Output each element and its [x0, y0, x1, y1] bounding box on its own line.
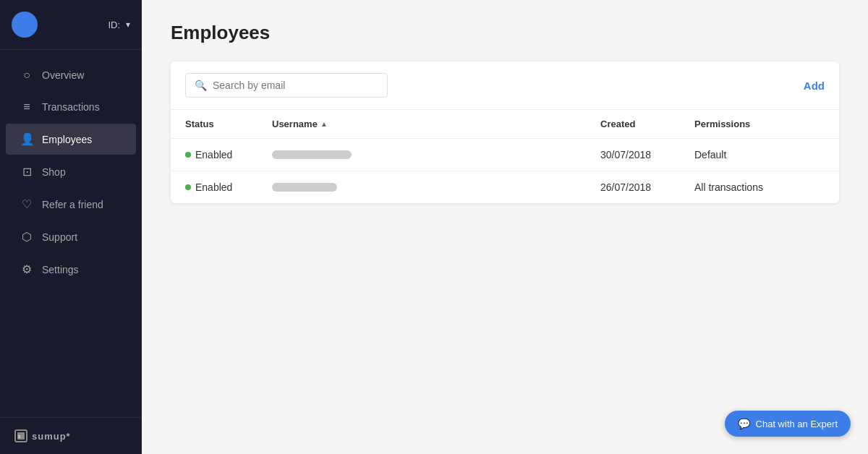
sidebar-item-employees[interactable]: 👤Employees — [6, 124, 136, 155]
main-content: Employees 🔍 Add Status Username ▲ Create… — [142, 0, 868, 454]
sidebar-header[interactable]: ID: ▾ — [0, 0, 142, 50]
col-header-created: Created — [600, 119, 694, 129]
sidebar-item-label-employees: Employees — [42, 134, 92, 145]
status-dot — [185, 184, 191, 190]
table-row[interactable]: Enabled 26/07/2018 All transactions — [171, 171, 839, 203]
shop-icon: ⊡ — [20, 165, 33, 179]
sidebar-item-label-support: Support — [42, 231, 77, 243]
add-button[interactable]: Add — [804, 80, 825, 92]
search-icon: 🔍 — [195, 80, 207, 91]
table-row[interactable]: Enabled 30/07/2018 Default — [171, 139, 839, 171]
status-cell: Enabled — [185, 149, 272, 160]
sidebar-nav: ○Overview≡Transactions👤Employees⊡Shop♡Re… — [0, 50, 142, 417]
search-input[interactable] — [213, 80, 378, 91]
col-header-status: Status — [185, 119, 272, 129]
page-title: Employees — [171, 22, 839, 44]
date-cell: 26/07/2018 — [600, 181, 694, 193]
sidebar-item-transactions[interactable]: ≡Transactions — [6, 92, 136, 122]
permission-cell: Default — [694, 149, 825, 160]
card-header: 🔍 Add — [171, 61, 839, 110]
table-body: Enabled 30/07/2018 Default Enabled 26/07… — [171, 139, 839, 203]
username-blur — [272, 183, 337, 192]
username-blur — [272, 150, 352, 159]
sumup-logo-text: sumup* — [32, 431, 71, 442]
chat-icon: 💬 — [738, 418, 750, 429]
status-text: Enabled — [195, 181, 232, 193]
svg-text:s: s — [18, 434, 21, 439]
sidebar-footer: s sumup* — [0, 417, 142, 454]
status-dot — [185, 152, 191, 158]
col-header-permissions: Permissions — [694, 119, 825, 129]
settings-icon: ⚙ — [20, 262, 33, 276]
sidebar: ID: ▾ ○Overview≡Transactions👤Employees⊡S… — [0, 0, 142, 454]
sort-icon: ▲ — [320, 120, 328, 128]
sidebar-item-label-settings: Settings — [42, 264, 79, 275]
refer-icon: ♡ — [20, 197, 33, 211]
transactions-icon: ≡ — [20, 100, 33, 113]
status-text: Enabled — [195, 149, 232, 160]
username-cell — [272, 150, 600, 159]
sidebar-item-label-refer: Refer a friend — [42, 199, 103, 210]
sidebar-item-label-overview: Overview — [42, 69, 84, 81]
employees-icon: 👤 — [20, 132, 33, 146]
sidebar-item-refer[interactable]: ♡Refer a friend — [6, 189, 136, 220]
status-cell: Enabled — [185, 181, 272, 193]
sidebar-item-support[interactable]: ⬡Support — [6, 221, 136, 252]
avatar — [12, 12, 38, 38]
date-cell: 30/07/2018 — [600, 149, 694, 160]
permission-cell: All transactions — [694, 181, 825, 193]
sidebar-item-label-transactions: Transactions — [42, 101, 100, 113]
sidebar-item-settings[interactable]: ⚙Settings — [6, 254, 136, 285]
col-header-username[interactable]: Username ▲ — [272, 119, 600, 129]
employees-card: 🔍 Add Status Username ▲ Created Permissi… — [171, 61, 839, 203]
id-label: ID: — [108, 20, 120, 30]
username-cell — [272, 183, 600, 192]
support-icon: ⬡ — [20, 230, 33, 244]
sidebar-item-overview[interactable]: ○Overview — [6, 60, 136, 90]
sidebar-account-info: ID: ▾ — [108, 20, 130, 30]
search-box[interactable]: 🔍 — [185, 73, 388, 98]
overview-icon: ○ — [20, 69, 33, 82]
table-header: Status Username ▲ Created Permissions — [171, 110, 839, 139]
chat-expert-button[interactable]: 💬 Chat with an Expert — [725, 411, 851, 437]
sidebar-item-label-shop: Shop — [42, 166, 66, 178]
sidebar-item-shop[interactable]: ⊡Shop — [6, 156, 136, 187]
chevron-down-icon: ▾ — [126, 20, 130, 30]
sumup-logo-icon: s — [14, 429, 27, 442]
chat-button-label: Chat with an Expert — [756, 419, 838, 429]
